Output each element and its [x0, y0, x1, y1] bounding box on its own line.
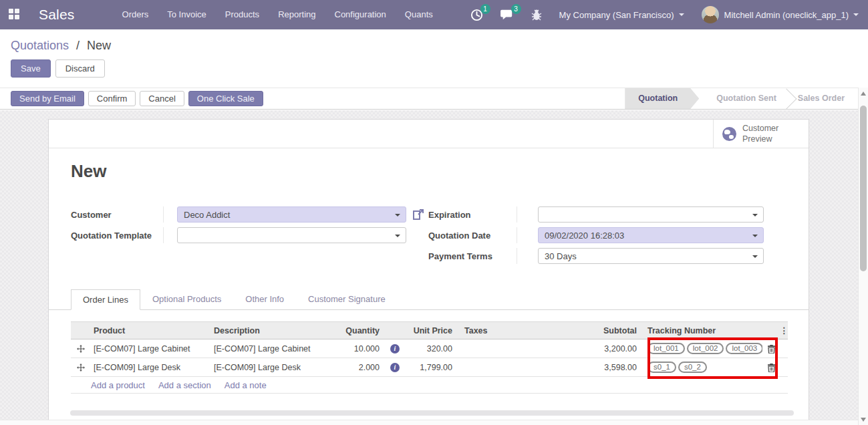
cell-product[interactable]: [E-COM09] Large Desk: [91, 358, 211, 377]
field-label-quotation-date: Quotation Date: [428, 231, 517, 241]
navbar-systray: 1 3 My Company (San Francisco) Mitchell …: [470, 6, 868, 23]
scroll-up-icon[interactable]: [861, 92, 866, 96]
messages-button[interactable]: 3: [500, 9, 514, 21]
apps-menu-icon[interactable]: [9, 9, 21, 21]
menu-reporting[interactable]: Reporting: [269, 0, 325, 29]
col-subtotal[interactable]: Subtotal: [573, 322, 639, 339]
activities-button[interactable]: 1: [470, 9, 483, 21]
cell-unit-price[interactable]: 320.00: [402, 339, 462, 358]
cell-description[interactable]: [E-COM09] Large Desk: [211, 358, 328, 377]
order-lines-table: Product Description Quantity Unit Price …: [71, 321, 788, 394]
col-quantity[interactable]: Quantity: [328, 322, 390, 339]
confirm-button[interactable]: Confirm: [88, 91, 136, 106]
col-description[interactable]: Description: [211, 322, 328, 339]
cell-description[interactable]: [E-COM07] Large Cabinet: [211, 339, 328, 358]
breadcrumb-quotations[interactable]: Quotations: [11, 39, 69, 52]
tab-customer-signature[interactable]: Customer Signature: [296, 289, 398, 309]
external-link-icon[interactable]: [413, 208, 424, 220]
col-tracking-number[interactable]: Tracking Number: [639, 322, 762, 339]
discard-button[interactable]: Discard: [55, 59, 105, 78]
move-icon: [77, 364, 85, 372]
vertical-scrollbar[interactable]: [858, 88, 868, 425]
expiration-field[interactable]: [538, 206, 764, 223]
company-switcher[interactable]: My Company (San Francisco): [559, 10, 684, 20]
cell-quantity[interactable]: 10.000: [328, 339, 390, 358]
scroll-down-icon[interactable]: [861, 418, 866, 422]
tracking-tag[interactable]: lot_002: [687, 343, 724, 354]
customer-preview-label: Customer Preview: [742, 124, 789, 144]
cell-tracking-number[interactable]: lot_001lot_002lot_003: [639, 339, 762, 358]
cell-taxes[interactable]: [462, 358, 573, 377]
tracking-tag[interactable]: lot_003: [726, 343, 762, 354]
trash-icon: [768, 364, 775, 372]
drag-handle[interactable]: [71, 339, 91, 358]
field-label-payment-terms: Payment Terms: [428, 251, 517, 261]
cell-subtotal[interactable]: 3,598.00: [573, 358, 639, 377]
add-a-product-link[interactable]: Add a product: [91, 380, 145, 390]
breadcrumb-current: New: [87, 39, 111, 52]
quotation-date-field[interactable]: 09/02/2020 16:28:03: [538, 227, 764, 243]
tab-other-info[interactable]: Other Info: [233, 289, 296, 309]
scrollbar-thumb[interactable]: [860, 106, 867, 271]
field-label-expiration: Expiration: [428, 210, 517, 220]
cell-unit-price[interactable]: 1,799.00: [402, 358, 462, 377]
form-group-left: Customer Deco Addict Quotation Template: [71, 206, 406, 248]
user-menu[interactable]: Mitchell Admin (oneclick_app_1): [702, 6, 859, 23]
field-label-quotation-template: Quotation Template: [71, 231, 163, 241]
customer-preview-button[interactable]: Customer Preview: [713, 120, 809, 148]
chevron-down-icon: [853, 13, 859, 16]
customer-field[interactable]: Deco Addict: [177, 206, 406, 223]
main-menu: Orders To Invoice Products Reporting Con…: [113, 0, 442, 29]
form-group-right: Expiration Quotation Date 09/02/2020 16:…: [413, 206, 764, 269]
record-title: New: [71, 161, 106, 182]
col-unit-price[interactable]: Unit Price: [402, 322, 462, 339]
debug-button[interactable]: [531, 9, 542, 21]
col-product[interactable]: Product: [91, 322, 211, 339]
delete-row-button[interactable]: [762, 339, 780, 358]
delete-row-button[interactable]: [762, 358, 780, 377]
top-navbar: Sales Orders To Invoice Products Reporti…: [0, 0, 868, 29]
one-click-sale-button[interactable]: One Click Sale: [188, 91, 263, 106]
horizontal-scrollbar[interactable]: [70, 410, 794, 416]
menu-products[interactable]: Products: [216, 0, 269, 29]
save-button[interactable]: Save: [11, 59, 51, 78]
control-panel: Quotations / New Save Discard: [0, 29, 868, 88]
chevron-down-icon: [679, 13, 684, 16]
payment-terms-value: 30 Days: [545, 251, 577, 261]
optional-columns-icon[interactable]: ⋮: [780, 322, 788, 339]
tab-optional-products[interactable]: Optional Products: [140, 289, 233, 309]
table-row[interactable]: [E-COM09] Large Desk [E-COM09] Large Des…: [71, 358, 788, 377]
cell-tracking-number[interactable]: s0_1s0_2: [639, 358, 762, 377]
breadcrumb-separator: /: [76, 39, 80, 52]
tracking-tag[interactable]: s0_1: [647, 362, 676, 373]
tab-order-lines[interactable]: Order Lines: [71, 289, 140, 310]
payment-terms-field[interactable]: 30 Days: [538, 248, 764, 264]
add-a-note-link[interactable]: Add a note: [225, 380, 267, 390]
user-avatar: [702, 6, 719, 23]
send-by-email-button[interactable]: Send by Email: [11, 91, 84, 106]
menu-to-invoice[interactable]: To Invoice: [158, 0, 216, 29]
bug-icon: [531, 9, 542, 21]
menu-configuration[interactable]: Configuration: [325, 0, 396, 29]
cell-quantity[interactable]: 2.000: [328, 358, 390, 377]
status-quotation[interactable]: Quotation: [625, 88, 699, 109]
cancel-button[interactable]: Cancel: [140, 91, 184, 106]
drag-handle[interactable]: [71, 358, 91, 377]
tracking-tag[interactable]: lot_001: [647, 343, 685, 354]
forecast-info-icon[interactable]: i: [390, 363, 400, 372]
cell-subtotal[interactable]: 3,200.00: [573, 339, 639, 358]
tracking-tag[interactable]: s0_2: [678, 362, 707, 373]
col-taxes[interactable]: Taxes: [462, 322, 573, 339]
add-a-section-link[interactable]: Add a section: [158, 380, 211, 390]
forecast-info-icon[interactable]: i: [390, 344, 400, 353]
dropdown-caret-icon: [752, 255, 758, 258]
cell-taxes[interactable]: [462, 339, 573, 358]
table-row[interactable]: [E-COM07] Large Cabinet [E-COM07] Large …: [71, 339, 788, 358]
app-name[interactable]: Sales: [39, 7, 75, 23]
notebook-tabs: Order Lines Optional Products Other Info…: [49, 289, 809, 310]
quotation-template-field[interactable]: [177, 227, 406, 243]
menu-orders[interactable]: Orders: [113, 0, 158, 29]
bottom-scrollbar-track[interactable]: [0, 420, 858, 425]
menu-quants[interactable]: Quants: [396, 0, 442, 29]
cell-product[interactable]: [E-COM07] Large Cabinet: [91, 339, 211, 358]
